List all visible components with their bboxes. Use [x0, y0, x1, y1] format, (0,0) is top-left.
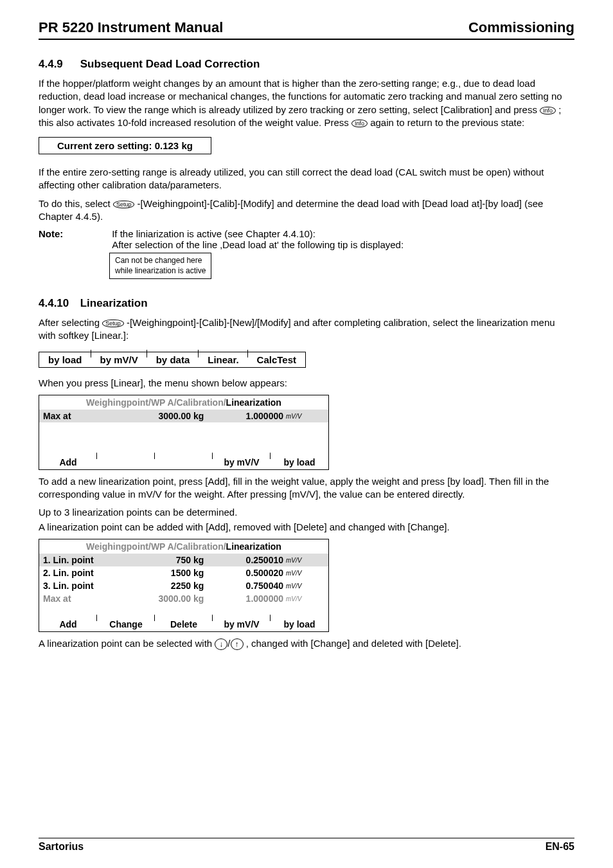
page-footer: Sartorius EN-65 [39, 838, 574, 853]
sec4410-para4: Up to 3 linearization points can be dete… [39, 506, 574, 519]
panel1-row-max[interactable]: Max at 3000.00 kg 1.000000 mV/V [39, 410, 328, 422]
panel2-r3-unit: kg [193, 581, 213, 591]
section-449-title: Subsequent Dead Load Correction [80, 58, 260, 70]
section-449-heading: 4.4.9 Subsequent Dead Load Correction [39, 58, 574, 71]
header-right: Commissioning [468, 19, 574, 36]
sec4410-para2: When you press [Linear], the menu shown … [39, 377, 574, 390]
mvv-unit-icon: mV/V [286, 555, 312, 565]
sec4410-para1-a: After selecting [39, 317, 102, 328]
note-label: Note: [39, 228, 109, 239]
tip-box: Can not be changed here while linearizat… [109, 253, 211, 279]
sec449-para3: To do this, select Setup -[Weighingpoint… [39, 197, 574, 224]
note-line2: After selection of the line ‚Dead load a… [112, 239, 404, 250]
header-left: PR 5220 Instrument Manual [39, 19, 223, 36]
panel1-title-current: Linearization [226, 397, 281, 408]
arrow-down-icon: ↓ [215, 638, 227, 650]
panel2-title-path: Weighingpoint/WP A/Calibration/ [86, 541, 226, 552]
panel2-r3-val: 2250 [120, 581, 193, 591]
panel2-rmax-unit: kg [193, 593, 213, 604]
zero-setting-box: Current zero setting: 0.123 kg [39, 137, 211, 154]
panel2-row-3[interactable]: 3. Lin. point 2250 kg 0.750040 mV/V [39, 579, 328, 592]
softkey-by-data[interactable]: by data [147, 352, 199, 367]
mvv-unit-icon: mV/V [286, 411, 312, 421]
sec4410-para1: After selecting Setup -[Weighingpoint]-[… [39, 316, 574, 343]
sec449-para1-c: again to return to the previous state: [370, 117, 524, 128]
sec4410-para3: To add a new linearization point, press … [39, 475, 574, 502]
panel2-r2-val: 1500 [120, 568, 193, 578]
sec449-para3-a: To do this, select [39, 198, 113, 209]
panel2-title-current: Linearization [226, 541, 281, 552]
panel2-row-max: Max at 3000.00 kg 1.000000 mV/V [39, 592, 328, 605]
page-header: PR 5220 Instrument Manual Commissioning [39, 19, 574, 40]
panel2-rmax-mv: 1.000000 [213, 593, 286, 604]
linearization-panel-1: Weighingpoint/WP A/Calibration/Lineariza… [39, 395, 329, 470]
panel2-r2-mv: 0.500020 [213, 568, 286, 578]
panel2-r1-val: 750 [120, 555, 193, 565]
panel2-r2-unit: kg [193, 568, 213, 578]
setup-icon: Setup [113, 201, 135, 208]
footer-page: EN-65 [546, 841, 574, 853]
panel1-title-path: Weighingpoint/WP A/Calibration/ [86, 397, 226, 408]
info-icon: Info [540, 107, 556, 114]
section-4410-number: 4.4.10 [39, 297, 77, 310]
softkey-linear[interactable]: Linear. [199, 352, 247, 367]
sec4410-para6-a: A linearization point can be selected wi… [39, 638, 215, 649]
sec449-para3-b: -[Weighingpoint]-[Calib]-[Modify] and de… [39, 198, 543, 222]
panel1-sk-blank2 [155, 455, 213, 469]
panel2-softkeys: Add Change Delete by mV/V by load [39, 617, 328, 631]
setup-icon: Setup [102, 320, 124, 327]
softkey-calctest[interactable]: CalcTest [248, 352, 305, 367]
sec449-para1-a: If the hopper/platform weight changes by… [39, 78, 562, 115]
panel1-sk-blank1 [97, 455, 155, 469]
panel1-max-label: Max at [43, 411, 120, 421]
mvv-unit-icon: mV/V [286, 593, 312, 604]
panel1-softkeys: Add by mV/V by load [39, 455, 328, 469]
section-4410-title: Linearization [80, 297, 148, 309]
panel1-max-value: 3000.00 [120, 411, 193, 421]
panel2-rmax-val: 3000.00 [120, 593, 193, 604]
mvv-unit-icon: mV/V [286, 581, 312, 591]
mvv-unit-icon: mV/V [286, 568, 312, 578]
note-block: Note: If the liniarization is active (se… [39, 228, 574, 250]
panel1-max-unit: kg [193, 411, 213, 421]
sec449-para1: If the hopper/platform weight changes by… [39, 77, 574, 129]
softkey-by-mvv[interactable]: by mV/V [91, 352, 147, 367]
panel2-sk-change[interactable]: Change [97, 617, 155, 631]
panel2-sk-load[interactable]: by load [271, 617, 328, 631]
softkey-bar-main: by load by mV/V by data Linear. CalcTest [39, 352, 306, 368]
panel2-r1-unit: kg [193, 555, 213, 565]
section-449-number: 4.4.9 [39, 58, 77, 71]
tip-line2: while linearization is active [115, 266, 206, 275]
panel1-title: Weighingpoint/WP A/Calibration/Lineariza… [39, 395, 328, 410]
panel2-sk-add[interactable]: Add [39, 617, 97, 631]
panel2-r3-mv: 0.750040 [213, 581, 286, 591]
panel2-title: Weighingpoint/WP A/Calibration/Lineariza… [39, 539, 328, 554]
softkey-by-load[interactable]: by load [39, 352, 91, 367]
panel2-r1-mv: 0.250010 [213, 555, 286, 565]
panel1-max-mvv: 1.000000 [213, 411, 286, 421]
sec4410-para6: A linearization point can be selected wi… [39, 637, 574, 650]
panel2-row-1[interactable]: 1. Lin. point 750 kg 0.250010 mV/V [39, 554, 328, 566]
sec4410-para5: A linearization point can be added with … [39, 521, 574, 534]
sec449-para2: If the entire zero-setting range is alre… [39, 166, 574, 192]
panel1-sk-load[interactable]: by load [271, 455, 328, 469]
tip-line1: Can not be changed here [115, 256, 202, 265]
note-line1: If the liniarization is active (see Chap… [112, 228, 315, 239]
sec4410-para6-b: , changed with [Change] and deleted with… [246, 638, 461, 649]
info-icon: Info [351, 120, 368, 127]
panel2-r2-label: 2. Lin. point [43, 568, 120, 578]
panel2-r1-label: 1. Lin. point [43, 555, 120, 565]
arrow-up-icon: ↑ [231, 638, 244, 650]
panel2-r3-label: 3. Lin. point [43, 581, 120, 591]
panel2-rmax-label: Max at [43, 593, 120, 604]
panel2-sk-mvv[interactable]: by mV/V [213, 617, 271, 631]
panel2-sk-delete[interactable]: Delete [155, 617, 213, 631]
section-4410-heading: 4.4.10 Linearization [39, 297, 574, 310]
arrow-slash: / [227, 638, 230, 649]
footer-brand: Sartorius [39, 841, 84, 853]
panel1-sk-mvv[interactable]: by mV/V [213, 455, 271, 469]
panel1-sk-add[interactable]: Add [39, 455, 97, 469]
panel2-row-2[interactable]: 2. Lin. point 1500 kg 0.500020 mV/V [39, 566, 328, 579]
linearization-panel-2: Weighingpoint/WP A/Calibration/Lineariza… [39, 539, 329, 632]
